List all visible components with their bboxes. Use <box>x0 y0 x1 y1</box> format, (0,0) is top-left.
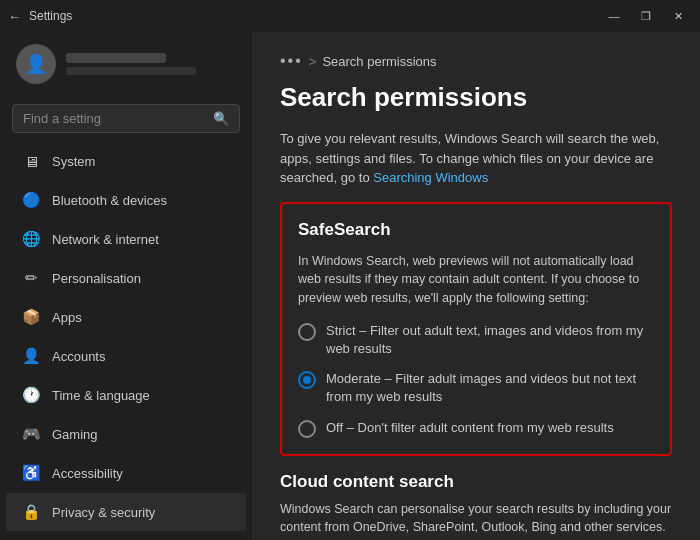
sidebar-item-label: Apps <box>52 310 82 325</box>
intro-text: To give you relevant results, Windows Se… <box>280 129 672 188</box>
network-icon: 🌐 <box>22 230 40 248</box>
radio-moderate[interactable]: Moderate – Filter adult images and video… <box>298 370 654 406</box>
maximize-button[interactable]: ❐ <box>632 6 660 26</box>
radio-strict[interactable]: Strict – Filter out adult text, images a… <box>298 322 654 358</box>
sidebar-item-system[interactable]: 🖥 System <box>6 142 246 180</box>
cloud-search-title: Cloud content search <box>280 472 672 492</box>
titlebar: ← Settings — ❐ ✕ <box>0 0 700 32</box>
titlebar-title: Settings <box>29 9 72 23</box>
sidebar-profile: 👤 <box>0 32 252 96</box>
bluetooth-icon: 🔵 <box>22 191 40 209</box>
sidebar-item-label: Accounts <box>52 349 105 364</box>
breadcrumb-sep: > <box>309 54 317 69</box>
breadcrumb-label: Search permissions <box>322 54 436 69</box>
app-container: 👤 🔍 🖥 System 🔵 Bluetooth & devices 🌐 Net… <box>0 32 700 540</box>
search-icon: 🔍 <box>213 111 229 126</box>
sidebar-item-bluetooth[interactable]: 🔵 Bluetooth & devices <box>6 181 246 219</box>
breadcrumb: ••• > Search permissions <box>280 52 672 70</box>
close-button[interactable]: ✕ <box>664 6 692 26</box>
sidebar-item-accessibility[interactable]: ♿ Accessibility <box>6 454 246 492</box>
sidebar: 👤 🔍 🖥 System 🔵 Bluetooth & devices 🌐 Net… <box>0 32 252 540</box>
profile-sub <box>66 67 196 75</box>
sidebar-item-network[interactable]: 🌐 Network & internet <box>6 220 246 258</box>
privacy-icon: 🔒 <box>22 503 40 521</box>
sidebar-item-accounts[interactable]: 👤 Accounts <box>6 337 246 375</box>
system-icon: 🖥 <box>22 152 40 170</box>
apps-icon: 📦 <box>22 308 40 326</box>
radio-label-moderate: Moderate – Filter adult images and video… <box>326 370 654 406</box>
time-icon: 🕐 <box>22 386 40 404</box>
searching-windows-link[interactable]: Searching Windows <box>373 170 488 185</box>
sidebar-item-time[interactable]: 🕐 Time & language <box>6 376 246 414</box>
sidebar-item-label: System <box>52 154 95 169</box>
accessibility-icon: ♿ <box>22 464 40 482</box>
radio-circle-strict <box>298 323 316 341</box>
minimize-button[interactable]: — <box>600 6 628 26</box>
sidebar-item-label: Accessibility <box>52 466 123 481</box>
sidebar-item-gaming[interactable]: 🎮 Gaming <box>6 415 246 453</box>
sidebar-item-label: Gaming <box>52 427 98 442</box>
titlebar-left: ← Settings <box>8 9 72 24</box>
radio-circle-off <box>298 420 316 438</box>
radio-label-off: Off – Don't filter adult content from my… <box>326 419 614 437</box>
radio-circle-moderate <box>298 371 316 389</box>
main-content: ••• > Search permissions Search permissi… <box>252 32 700 540</box>
sidebar-item-apps[interactable]: 📦 Apps <box>6 298 246 336</box>
search-input[interactable] <box>23 111 205 126</box>
back-icon[interactable]: ← <box>8 9 21 24</box>
profile-info <box>66 53 196 75</box>
safesearch-title: SafeSearch <box>298 220 654 240</box>
sidebar-item-label: Network & internet <box>52 232 159 247</box>
cloud-search-desc: Windows Search can personalise your sear… <box>280 500 672 538</box>
accounts-icon: 👤 <box>22 347 40 365</box>
personalisation-icon: ✏ <box>22 269 40 287</box>
breadcrumb-dots: ••• <box>280 52 303 70</box>
sidebar-item-label: Personalisation <box>52 271 141 286</box>
nav-container: 🖥 System 🔵 Bluetooth & devices 🌐 Network… <box>0 141 252 540</box>
radio-group: Strict – Filter out adult text, images a… <box>298 322 654 438</box>
sidebar-item-label: Privacy & security <box>52 505 155 520</box>
titlebar-controls: — ❐ ✕ <box>600 6 692 26</box>
sidebar-item-personalisation[interactable]: ✏ Personalisation <box>6 259 246 297</box>
gaming-icon: 🎮 <box>22 425 40 443</box>
profile-name <box>66 53 166 63</box>
radio-label-strict: Strict – Filter out adult text, images a… <box>326 322 654 358</box>
radio-off[interactable]: Off – Don't filter adult content from my… <box>298 419 654 438</box>
avatar: 👤 <box>16 44 56 84</box>
sidebar-item-label: Bluetooth & devices <box>52 193 167 208</box>
sidebar-item-privacy[interactable]: 🔒 Privacy & security <box>6 493 246 531</box>
sidebar-item-update[interactable]: 🔄 Windows Update <box>6 532 246 540</box>
safesearch-desc: In Windows Search, web previews will not… <box>298 252 654 308</box>
page-title: Search permissions <box>280 82 672 113</box>
sidebar-item-label: Time & language <box>52 388 150 403</box>
search-box[interactable]: 🔍 <box>12 104 240 133</box>
safesearch-box: SafeSearch In Windows Search, web previe… <box>280 202 672 456</box>
